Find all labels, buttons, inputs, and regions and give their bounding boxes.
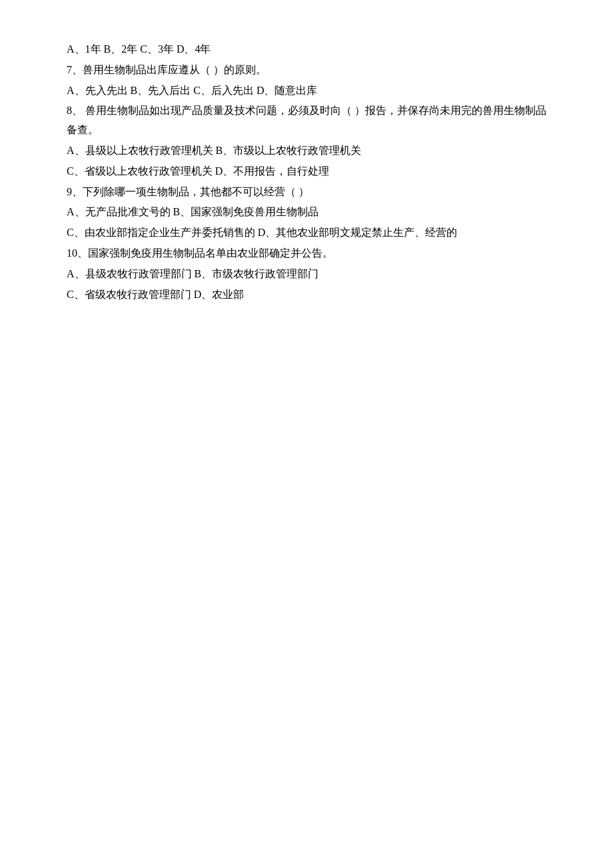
question-9: 9、下列除哪一项生物制品，其他都不可以经营（ ） — [67, 183, 546, 202]
question-9-answer-ab: A、无产品批准文号的 B、国家强制免疫兽用生物制品 — [67, 203, 546, 222]
question-7: 7、兽用生物制品出库应遵从（ ）的原则。 — [67, 61, 546, 80]
question-8-answer-cd: C、省级以上农牧行政管理机关 D、不用报告，自行处理 — [67, 162, 546, 181]
question-8: 8、 兽用生物制品如出现产品质量及技术问题，必须及时向（ ）报告，并保存尚未用完… — [67, 101, 546, 140]
line-1: A、1年 B、2年 C、3年 D、4年 — [67, 40, 546, 59]
question-8-answer-ab: A、县级以上农牧行政管理机关 B、市级以上农牧行政管理机关 — [67, 141, 546, 161]
question-10-answer-ab: A、县级农牧行政管理部门 B、市级农牧行政管理部门 — [67, 265, 546, 284]
page-content: A、1年 B、2年 C、3年 D、4年 7、兽用生物制品出库应遵从（ ）的原则。… — [0, 0, 613, 345]
question-9-answer-cd: C、由农业部指定企业生产并委托销售的 D、其他农业部明文规定禁止生产、经营的 — [67, 223, 546, 243]
question-10-answer-cd: C、省级农牧行政管理部门 D、农业部 — [67, 285, 546, 305]
question-7-answers: A、先入先出 B、先入后出 C、后入先出 D、随意出库 — [67, 81, 546, 101]
question-10: 10、国家强制免疫用生物制品名单由农业部确定并公告。 — [67, 244, 546, 263]
